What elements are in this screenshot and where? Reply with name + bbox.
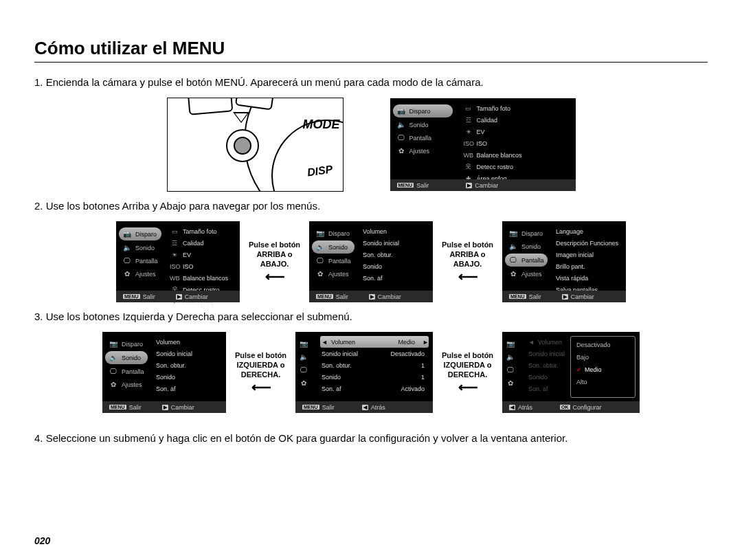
- camera-illustration: MODE DISP: [167, 98, 344, 192]
- gear-icon: ✿: [397, 147, 405, 155]
- mode-label: MODE: [303, 117, 340, 132]
- page-number: 020: [34, 535, 50, 546]
- left-arrow-icon: [232, 380, 290, 394]
- title-rule: [34, 62, 708, 63]
- page-title: Cómo utilizar el MENU: [34, 38, 708, 59]
- camera-icon: 📷: [397, 107, 405, 115]
- lcd-pantalla: 📷Disparo 🔈Sonido 🖵Pantalla ✿Ajustes Lang…: [502, 221, 626, 302]
- lcd-volumen-popup: 📷 🔈 🖵 ✿ ◄ Volumen Sonido inicial Son. ob…: [502, 332, 640, 413]
- down-arrow-icon: [233, 112, 249, 123]
- left-tab-ajustes[interactable]: ✿Ajustes: [390, 144, 456, 157]
- lcd-disparo: 📷Disparo 🔈Sonido 🖵Pantalla ✿Ajustes ▭Tam…: [116, 221, 240, 302]
- back-key-icon: ◀: [362, 405, 368, 410]
- speaker-icon: 🔈: [397, 121, 405, 128]
- left-tab-sonido[interactable]: 🔈Sonido: [312, 240, 355, 254]
- lcd-sonido: 📷Disparo 🔈Sonido 🖵Pantalla ✿Ajustes Volu…: [309, 221, 433, 302]
- left-arrow-icon: [438, 380, 497, 394]
- left-tab-pantalla[interactable]: 🖵Pantalla: [390, 131, 456, 144]
- left-tab-pantalla[interactable]: 🖵Pantalla: [505, 254, 548, 267]
- volume-options-popup: Desactivado Bajo Medio Alto: [570, 336, 636, 398]
- display-icon: 🖵: [397, 134, 405, 142]
- option-desactivado[interactable]: Desactivado: [571, 339, 635, 351]
- left-tab-sonido[interactable]: 🔈Sonido: [390, 118, 456, 131]
- caption-leftright-1: Pulse el botón IZQUIERDA o DERECHA.: [232, 351, 290, 393]
- step-3-row: 📷Disparo 🔈Sonido 🖵Pantalla ✿Ajustes Volu…: [34, 332, 708, 413]
- caption-updown-2: Pulse el botón ARRIBA o ABAJO.: [438, 240, 497, 282]
- menu-button: [226, 129, 259, 162]
- left-tab-disparo[interactable]: 📷Disparo: [393, 104, 453, 117]
- step-1-text: 1. Encienda la cámara y pulse el botón M…: [34, 76, 708, 88]
- left-tab-sonido[interactable]: 🔈Sonido: [105, 351, 148, 364]
- play-key-icon: ▶: [466, 183, 472, 188]
- lcd-shooting-menu: 📷Disparo 🔈Sonido 🖵Pantalla ✿Ajustes ▭Tam…: [390, 98, 576, 191]
- left-tab-disparo[interactable]: 📷Disparo: [119, 227, 161, 240]
- option-bajo[interactable]: Bajo: [571, 351, 635, 363]
- step-2-row: 📷Disparo 🔈Sonido 🖵Pantalla ✿Ajustes ▭Tam…: [34, 221, 708, 302]
- option-medio[interactable]: Medio: [571, 363, 635, 376]
- step-2-text: 2. Use los botones Arriba y Abajo para n…: [34, 200, 708, 212]
- left-arrow-icon: [245, 269, 304, 283]
- lcd-sonido-list: 📷Disparo 🔈Sonido 🖵Pantalla ✿Ajustes Volu…: [102, 332, 226, 413]
- caption-leftright-2: Pulse el botón IZQUIERDA o DERECHA.: [438, 351, 497, 393]
- step-1-row: MODE DISP 📷Disparo 🔈Sonido 🖵Pantalla ✿Aj…: [34, 98, 708, 192]
- menu-key-icon: MENU: [397, 183, 414, 188]
- caption-updown-1: Pulse el botón ARRIBA o ABAJO.: [245, 240, 304, 282]
- manual-page: Cómo utilizar el MENU 1. Encienda la cám…: [0, 0, 742, 560]
- submenu-volumen[interactable]: ◄ VolumenMedio ►: [320, 336, 429, 348]
- lcd-sonido-values: 📷 🔈 🖵 ✿ ◄ VolumenMedio ► Sonido inicialD…: [295, 332, 433, 413]
- step-4-text: 4. Seleccione un submenú y haga clic en …: [34, 432, 708, 444]
- option-alto[interactable]: Alto: [571, 376, 635, 388]
- step-3-text: 3. Use los botones Izquierda y Derecha p…: [34, 311, 708, 322]
- left-arrow-icon: [438, 269, 497, 283]
